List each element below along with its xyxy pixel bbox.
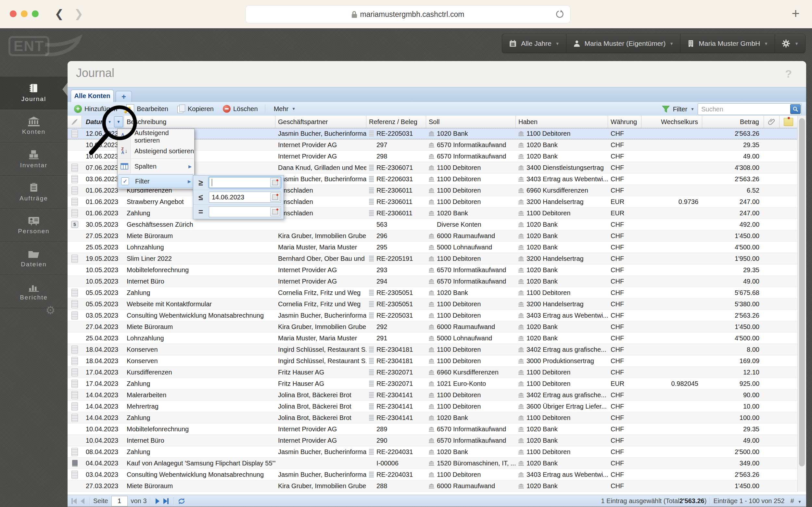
menu-item-filter[interactable]: ✓ Filter ▶ bbox=[118, 174, 194, 188]
add-icon: + bbox=[74, 105, 82, 113]
table-row[interactable]: 03.05.2023 Consulting Webentwicklung Mon… bbox=[68, 310, 806, 321]
table-row[interactable]: 05.05.2023 Zahlung Cornelia Fritz, Fritz… bbox=[68, 287, 806, 298]
sidebar-item-konten[interactable]: Konten bbox=[0, 109, 68, 143]
browser-back-button[interactable]: ❮ bbox=[55, 7, 64, 20]
sidebar-item-journal[interactable]: Journal bbox=[0, 76, 68, 109]
column-header-datum[interactable]: Datum ▼ ▼ bbox=[82, 116, 124, 128]
browser-forward-button[interactable]: ❯ bbox=[74, 7, 83, 20]
sidebar-item-inventar[interactable]: Inventar bbox=[0, 143, 68, 176]
cell-wechselkurs bbox=[641, 151, 702, 162]
column-header-betrag[interactable]: Betrag bbox=[702, 116, 764, 128]
column-header-note[interactable] bbox=[779, 116, 797, 128]
table-row[interactable]: 14.04.2023 Malerarbeiten Jolina Brot, Bä… bbox=[68, 389, 806, 401]
table-row[interactable]: 10.04.2023 Internet Büro Internet Provid… bbox=[68, 435, 806, 446]
sidebar-item-personen[interactable]: Personen bbox=[0, 209, 68, 242]
table-row[interactable]: 27.03.2023 Miete Büroraum Kira Gruber, I… bbox=[68, 481, 806, 492]
table-row[interactable]: 08.04.2023 Zahlung Jasmin Bucher, Bucher… bbox=[68, 446, 806, 458]
voucher-icon bbox=[71, 198, 78, 206]
cell-soll: Diverse Konten bbox=[426, 219, 516, 230]
delete-button[interactable]: Löschen bbox=[219, 103, 262, 114]
filter-button[interactable]: Filter ▼ bbox=[673, 106, 694, 113]
gte-date-input[interactable] bbox=[209, 179, 261, 187]
address-bar[interactable]: mariamustergmbh.cashctrl.com bbox=[245, 5, 571, 23]
column-header-soll[interactable]: Soll bbox=[426, 116, 516, 128]
date-picker-button[interactable] bbox=[270, 178, 280, 187]
cell-betrag: 29.35 bbox=[702, 139, 764, 150]
year-filter-button[interactable]: Alle Jahre ▼ bbox=[502, 34, 566, 53]
vertical-scrollbar[interactable] bbox=[797, 116, 806, 492]
column-dropdown-button[interactable]: ▼ bbox=[114, 116, 123, 127]
table-row[interactable]: 25.05.2023 Lohnzahlung Maria Muster, Mar… bbox=[68, 242, 806, 253]
date-picker-button[interactable] bbox=[270, 207, 280, 216]
lte-date-input[interactable] bbox=[209, 193, 261, 202]
more-button[interactable]: Mehr ▼ bbox=[270, 103, 299, 114]
scrollbar-thumb[interactable] bbox=[799, 118, 805, 466]
table-row[interactable]: 27.05.2023 Miete Büroraum Kira Gruber, I… bbox=[68, 230, 806, 242]
prev-page-button[interactable] bbox=[80, 498, 84, 504]
date-picker-button[interactable] bbox=[270, 192, 280, 202]
menu-item-columns[interactable]: Spalten ▶ bbox=[118, 159, 194, 173]
window-minimize-button[interactable] bbox=[21, 10, 27, 17]
bank-icon bbox=[429, 131, 434, 136]
table-row[interactable]: 18.04.2023 Konserven Ingird Schlüssel, R… bbox=[68, 355, 806, 367]
table-row[interactable]: 01.06.2023 Zahlung amschladen RE-2306011… bbox=[68, 208, 806, 219]
cell-beschreibung: Consulting Webentwicklung Monatsabrechnu… bbox=[124, 469, 276, 480]
table-row[interactable]: 5 30.05.2023 Geschäftsessen Zürich 563 D… bbox=[68, 219, 806, 230]
search-input[interactable] bbox=[701, 105, 786, 114]
table-row[interactable]: 14.04.2023 Mehrertrag Jolina Brot, Bäcke… bbox=[68, 401, 806, 412]
copy-button[interactable]: Kopieren bbox=[173, 103, 218, 114]
table-row[interactable]: 25.04.2023 Lohnzahlung Maria Muster, Mar… bbox=[68, 333, 806, 344]
last-page-button[interactable] bbox=[163, 498, 169, 504]
search-button[interactable] bbox=[790, 104, 801, 114]
column-header-referenz[interactable]: Referenz / Beleg bbox=[366, 116, 426, 128]
org-menu-button[interactable]: Maria Muster GmbH ▼ bbox=[680, 34, 775, 53]
column-header-attachment[interactable] bbox=[68, 116, 82, 128]
reload-icon[interactable] bbox=[555, 9, 565, 19]
cell-waehrung: CHF bbox=[608, 264, 641, 275]
sidebar-item-dateien[interactable]: Dateien bbox=[0, 242, 68, 275]
table-row[interactable]: 05.05.2023 Webseite mit Kontaktformular … bbox=[68, 298, 806, 310]
table-row[interactable]: 01.06.2023 Strawberry Angebot amschladen… bbox=[68, 196, 806, 208]
table-row[interactable]: 27.04.2023 Miete Büroraum Kira Gruber, I… bbox=[68, 321, 806, 333]
table-row[interactable]: 03.04.2023 Consulting Webentwicklung Mon… bbox=[68, 469, 806, 481]
page-size-button[interactable]: # ▼ bbox=[790, 497, 806, 505]
help-icon[interactable]: ? bbox=[785, 67, 792, 80]
column-header-beschreibung[interactable]: Beschreibung bbox=[124, 116, 276, 128]
sidebar-gear-icon[interactable]: ⚙ bbox=[46, 304, 55, 317]
sidebar-item-berichte[interactable]: Berichte bbox=[0, 275, 68, 308]
column-header-wechselkurs[interactable]: Wechselkurs bbox=[641, 116, 702, 128]
table-row[interactable]: 18.04.2023 Konserven Ingird Schlüssel, R… bbox=[68, 344, 806, 355]
filter-checkbox[interactable]: ✓ bbox=[120, 177, 130, 185]
add-button[interactable]: + Hinzufügen bbox=[70, 103, 121, 114]
table-row[interactable]: 10.05.2023 Mobiltelefonrechnung Internet… bbox=[68, 264, 806, 276]
window-close-button[interactable] bbox=[10, 10, 16, 17]
next-page-button[interactable] bbox=[156, 498, 160, 504]
table-row[interactable]: 19.05.2023 Slim Liner 2022 Bernhard Ober… bbox=[68, 253, 806, 264]
table-row[interactable]: 14.04.2023 Zahlung Jolina Brot, Bäckerei… bbox=[68, 412, 806, 424]
eq-date-input[interactable] bbox=[209, 208, 261, 216]
cell-wechselkurs bbox=[641, 481, 702, 492]
menu-item-sort-descending[interactable]: ZA↓ Absteigend sortieren bbox=[118, 144, 194, 158]
table-row[interactable]: 10.04.2023 Mobiltelefonrechnung Internet… bbox=[68, 424, 806, 435]
table-row[interactable]: 04.04.2023 Kauf von Anlagegut 'Samsung F… bbox=[68, 458, 806, 469]
table-row[interactable]: 10.05.2023 Internet Büro Internet Provid… bbox=[68, 276, 806, 287]
column-header-geschaeftspartner[interactable]: Geschäftspartner bbox=[276, 116, 366, 128]
refresh-icon[interactable] bbox=[177, 497, 186, 505]
first-page-button[interactable] bbox=[71, 498, 77, 504]
new-tab-button[interactable]: + bbox=[792, 6, 800, 21]
table-row[interactable]: 17.04.2023 Zahlung Fritz Hauser AG RE-23… bbox=[68, 378, 806, 389]
table-row[interactable]: 17.04.2023 Kursdifferenzen Fritz Hauser … bbox=[68, 367, 806, 378]
user-menu-button[interactable]: Maria Muster (Eigentümer) ▼ bbox=[566, 34, 681, 53]
column-header-paperclip[interactable] bbox=[764, 116, 779, 128]
column-header-waehrung[interactable]: Währung bbox=[608, 116, 641, 128]
edit-button[interactable]: Bearbeiten bbox=[122, 103, 172, 114]
add-tab-button[interactable]: + bbox=[116, 91, 132, 102]
sidebar-item-auftraege[interactable]: Aufträge bbox=[0, 176, 68, 209]
column-header-haben[interactable]: Haben bbox=[516, 116, 608, 128]
page-number-input[interactable] bbox=[111, 496, 128, 506]
window-zoom-button[interactable] bbox=[32, 10, 39, 17]
settings-button[interactable]: ▼ bbox=[775, 34, 806, 53]
cell-betrag: 1'950.00 bbox=[702, 253, 764, 264]
tab-alle-konten[interactable]: Alle Konten bbox=[71, 90, 114, 102]
menu-item-sort-ascending[interactable]: AZ↑ Aufsteigend sortieren bbox=[118, 129, 194, 144]
